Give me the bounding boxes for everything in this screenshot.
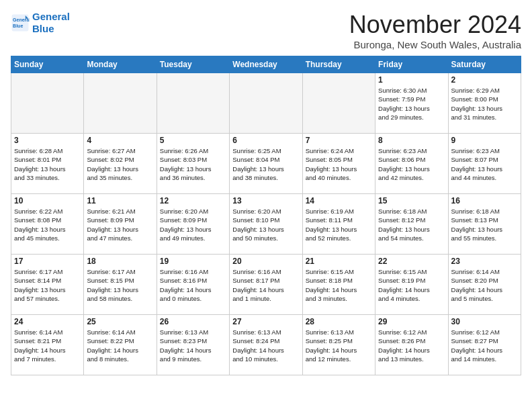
- calendar-cell: 6Sunrise: 6:25 AM Sunset: 8:04 PM Daylig…: [230, 134, 302, 194]
- day-number: 1: [378, 75, 445, 85]
- week-row-3: 10Sunrise: 6:22 AM Sunset: 8:08 PM Dayli…: [11, 194, 521, 255]
- day-number: 28: [306, 317, 372, 326]
- cell-info: Sunrise: 6:15 AM Sunset: 8:19 PM Dayligh…: [378, 267, 445, 303]
- calendar-cell: 17Sunrise: 6:17 AM Sunset: 8:14 PM Dayli…: [11, 255, 84, 315]
- cell-info: Sunrise: 6:24 AM Sunset: 8:05 PM Dayligh…: [306, 146, 372, 182]
- calendar-cell: 24Sunrise: 6:14 AM Sunset: 8:21 PM Dayli…: [11, 315, 84, 375]
- cell-info: Sunrise: 6:27 AM Sunset: 8:02 PM Dayligh…: [87, 146, 153, 182]
- day-number: 15: [378, 196, 445, 205]
- calendar-cell: 4Sunrise: 6:27 AM Sunset: 8:02 PM Daylig…: [84, 134, 157, 194]
- cell-info: Sunrise: 6:17 AM Sunset: 8:15 PM Dayligh…: [87, 267, 153, 303]
- day-number: 4: [87, 136, 153, 145]
- day-number: 17: [14, 257, 81, 266]
- calendar-cell: 30Sunrise: 6:12 AM Sunset: 8:27 PM Dayli…: [448, 315, 521, 375]
- calendar-cell: 12Sunrise: 6:20 AM Sunset: 8:09 PM Dayli…: [157, 194, 229, 255]
- cell-info: Sunrise: 6:13 AM Sunset: 8:25 PM Dayligh…: [306, 328, 372, 363]
- cell-info: Sunrise: 6:14 AM Sunset: 8:22 PM Dayligh…: [87, 328, 153, 363]
- week-row-2: 3Sunrise: 6:28 AM Sunset: 8:01 PM Daylig…: [11, 134, 521, 194]
- location: Buronga, New South Wales, Australia: [349, 39, 521, 50]
- day-number: 12: [160, 196, 226, 205]
- cell-info: Sunrise: 6:20 AM Sunset: 8:09 PM Dayligh…: [160, 207, 226, 242]
- calendar-table: SundayMondayTuesdayWednesdayThursdayFrid…: [11, 56, 521, 375]
- calendar-cell: 25Sunrise: 6:14 AM Sunset: 8:22 PM Dayli…: [84, 315, 157, 375]
- day-number: 6: [232, 136, 299, 145]
- calendar-cell: [11, 73, 84, 134]
- col-header-friday: Friday: [375, 56, 448, 73]
- cell-info: Sunrise: 6:12 AM Sunset: 8:26 PM Dayligh…: [378, 328, 445, 363]
- cell-info: Sunrise: 6:25 AM Sunset: 8:04 PM Dayligh…: [232, 146, 299, 182]
- calendar-cell: 5Sunrise: 6:26 AM Sunset: 8:03 PM Daylig…: [157, 134, 229, 194]
- cell-info: Sunrise: 6:16 AM Sunset: 8:16 PM Dayligh…: [160, 267, 226, 303]
- day-number: 16: [451, 196, 518, 205]
- day-number: 23: [451, 257, 518, 266]
- calendar-cell: 15Sunrise: 6:18 AM Sunset: 8:12 PM Dayli…: [375, 194, 448, 255]
- calendar-cell: 2Sunrise: 6:29 AM Sunset: 8:00 PM Daylig…: [448, 73, 521, 134]
- cell-info: Sunrise: 6:19 AM Sunset: 8:11 PM Dayligh…: [306, 207, 372, 242]
- cell-info: Sunrise: 6:23 AM Sunset: 8:07 PM Dayligh…: [451, 146, 518, 182]
- cell-info: Sunrise: 6:12 AM Sunset: 8:27 PM Dayligh…: [451, 328, 518, 363]
- calendar-cell: 20Sunrise: 6:16 AM Sunset: 8:17 PM Dayli…: [230, 255, 302, 315]
- cell-info: Sunrise: 6:23 AM Sunset: 8:06 PM Dayligh…: [378, 146, 445, 182]
- calendar-cell: 19Sunrise: 6:16 AM Sunset: 8:16 PM Dayli…: [157, 255, 229, 315]
- cell-info: Sunrise: 6:17 AM Sunset: 8:14 PM Dayligh…: [14, 267, 81, 303]
- calendar-cell: 22Sunrise: 6:15 AM Sunset: 8:19 PM Dayli…: [375, 255, 448, 315]
- day-number: 3: [14, 136, 81, 145]
- calendar-cell: 16Sunrise: 6:18 AM Sunset: 8:13 PM Dayli…: [448, 194, 521, 255]
- cell-info: Sunrise: 6:14 AM Sunset: 8:21 PM Dayligh…: [14, 328, 81, 363]
- calendar-cell: 14Sunrise: 6:19 AM Sunset: 8:11 PM Dayli…: [302, 194, 375, 255]
- month-title: November 2024: [349, 11, 521, 39]
- calendar-cell: 26Sunrise: 6:13 AM Sunset: 8:23 PM Dayli…: [157, 315, 229, 375]
- cell-info: Sunrise: 6:13 AM Sunset: 8:24 PM Dayligh…: [232, 328, 299, 363]
- day-number: 27: [232, 317, 299, 326]
- day-number: 14: [306, 196, 372, 205]
- day-number: 25: [87, 317, 153, 326]
- calendar-cell: 23Sunrise: 6:14 AM Sunset: 8:20 PM Dayli…: [448, 255, 521, 315]
- day-number: 9: [451, 136, 518, 145]
- calendar-cell: 27Sunrise: 6:13 AM Sunset: 8:24 PM Dayli…: [230, 315, 302, 375]
- cell-info: Sunrise: 6:15 AM Sunset: 8:18 PM Dayligh…: [306, 267, 372, 303]
- day-number: 19: [160, 257, 226, 266]
- cell-info: Sunrise: 6:20 AM Sunset: 8:10 PM Dayligh…: [232, 207, 299, 242]
- day-number: 5: [160, 136, 226, 145]
- col-header-sunday: Sunday: [11, 56, 84, 73]
- calendar-cell: 1Sunrise: 6:30 AM Sunset: 7:59 PM Daylig…: [375, 73, 448, 134]
- calendar-cell: 21Sunrise: 6:15 AM Sunset: 8:18 PM Dayli…: [302, 255, 375, 315]
- calendar-cell: 13Sunrise: 6:20 AM Sunset: 8:10 PM Dayli…: [230, 194, 302, 255]
- col-header-thursday: Thursday: [302, 56, 375, 73]
- day-number: 18: [87, 257, 153, 266]
- day-number: 7: [306, 136, 372, 145]
- week-row-4: 17Sunrise: 6:17 AM Sunset: 8:14 PM Dayli…: [11, 255, 521, 315]
- calendar-cell: [230, 73, 302, 134]
- day-number: 22: [378, 257, 445, 266]
- logo-general: General: [32, 11, 70, 23]
- day-number: 30: [451, 317, 518, 326]
- calendar-cell: 10Sunrise: 6:22 AM Sunset: 8:08 PM Dayli…: [11, 194, 84, 255]
- calendar-cell: 11Sunrise: 6:21 AM Sunset: 8:09 PM Dayli…: [84, 194, 157, 255]
- cell-info: Sunrise: 6:28 AM Sunset: 8:01 PM Dayligh…: [14, 146, 81, 182]
- calendar-cell: 8Sunrise: 6:23 AM Sunset: 8:06 PM Daylig…: [375, 134, 448, 194]
- calendar-cell: 28Sunrise: 6:13 AM Sunset: 8:25 PM Dayli…: [302, 315, 375, 375]
- page-header: General Blue General Blue November 2024 …: [11, 11, 521, 50]
- week-row-5: 24Sunrise: 6:14 AM Sunset: 8:21 PM Dayli…: [11, 315, 521, 375]
- day-number: 29: [378, 317, 445, 326]
- cell-info: Sunrise: 6:13 AM Sunset: 8:23 PM Dayligh…: [160, 328, 226, 363]
- calendar-cell: 7Sunrise: 6:24 AM Sunset: 8:05 PM Daylig…: [302, 134, 375, 194]
- cell-info: Sunrise: 6:26 AM Sunset: 8:03 PM Dayligh…: [160, 146, 226, 182]
- cell-info: Sunrise: 6:14 AM Sunset: 8:20 PM Dayligh…: [451, 267, 518, 303]
- cell-info: Sunrise: 6:16 AM Sunset: 8:17 PM Dayligh…: [232, 267, 299, 303]
- cell-info: Sunrise: 6:18 AM Sunset: 8:13 PM Dayligh…: [451, 207, 518, 242]
- calendar-cell: 18Sunrise: 6:17 AM Sunset: 8:15 PM Dayli…: [84, 255, 157, 315]
- day-number: 26: [160, 317, 226, 326]
- logo-icon: General Blue: [11, 13, 30, 32]
- day-number: 10: [14, 196, 81, 205]
- week-row-1: 1Sunrise: 6:30 AM Sunset: 7:59 PM Daylig…: [11, 73, 521, 134]
- svg-text:Blue: Blue: [13, 24, 23, 28]
- day-number: 8: [378, 136, 445, 145]
- cell-info: Sunrise: 6:30 AM Sunset: 7:59 PM Dayligh…: [378, 86, 445, 122]
- col-header-wednesday: Wednesday: [230, 56, 302, 73]
- col-header-saturday: Saturday: [448, 56, 521, 73]
- day-number: 11: [87, 196, 153, 205]
- title-block: November 2024 Buronga, New South Wales, …: [349, 11, 521, 50]
- col-header-tuesday: Tuesday: [157, 56, 229, 73]
- cell-info: Sunrise: 6:21 AM Sunset: 8:09 PM Dayligh…: [87, 207, 153, 242]
